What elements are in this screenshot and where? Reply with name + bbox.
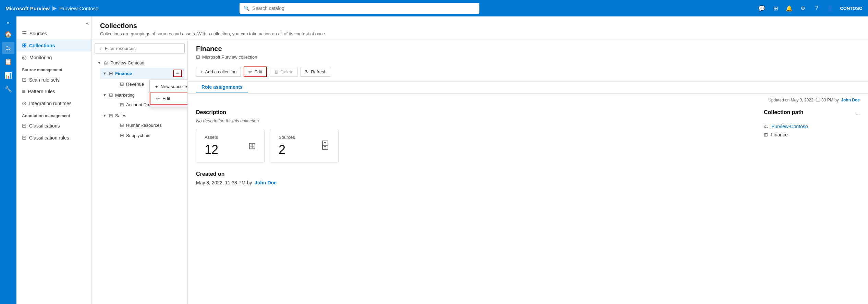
main-layout: » 🏠 🗂 📋 📊 🔧 « ☰ Sources ⊞ Collections ◎ … bbox=[0, 16, 868, 304]
mini-nav-expand[interactable]: » bbox=[6, 19, 11, 27]
tree-node-supplychain: ▶ ⊞ Supplychain bbox=[100, 130, 185, 141]
topbar: Microsoft Purview ▶ Purview-Contoso 🔍 💬 … bbox=[0, 0, 868, 16]
brand-name: Microsoft Purview bbox=[5, 5, 50, 11]
content: Collections Collections are groupings of… bbox=[92, 16, 868, 304]
sources-card-icon: 🗄 bbox=[320, 140, 330, 151]
mini-nav-manage[interactable]: 🔧 bbox=[2, 83, 14, 95]
supplychain-icon: ⊞ bbox=[120, 133, 124, 138]
add-collection-label: Add a collection bbox=[205, 69, 237, 74]
assets-label: Assets bbox=[205, 135, 218, 140]
human-resources-label: HumanResources bbox=[126, 123, 182, 128]
tab-role-assignments[interactable]: Role assignments bbox=[196, 82, 248, 93]
sidebar-item-monitoring[interactable]: ◎ Monitoring bbox=[16, 51, 91, 63]
finance-more-btn[interactable]: ··· bbox=[173, 70, 182, 77]
tree-node-sales-row[interactable]: ▼ ⊞ Sales bbox=[100, 111, 185, 120]
sidebar-item-integration-runtimes[interactable]: ⊙ Integration runtimes bbox=[16, 97, 91, 109]
path-title: Collection path bbox=[764, 109, 804, 115]
section-source-management: Source management bbox=[16, 63, 91, 74]
updated-text: Updated on May 3, 2022, 11:33 PM by bbox=[768, 98, 839, 102]
collections-title: Collections bbox=[100, 22, 860, 30]
root-label: Purview-Contoso bbox=[110, 60, 182, 65]
topbar-right: 💬 ⊞ 🔔 ⚙ ? 👤 CONTOSO bbox=[758, 4, 863, 12]
section-annotation-management: Annotation management bbox=[16, 109, 91, 120]
user-label: CONTOSO bbox=[840, 6, 863, 11]
filter-icon: ⊤ bbox=[98, 46, 102, 51]
bell-icon[interactable]: 🔔 bbox=[785, 4, 793, 12]
revenue-icon: ⊞ bbox=[120, 81, 124, 87]
assets-icon: ⊞ bbox=[248, 140, 256, 151]
tree-node-root[interactable]: ▼ 🗂 Purview-Contoso bbox=[95, 58, 185, 67]
search-bar[interactable]: 🔍 bbox=[240, 3, 479, 14]
collections-icon: ⊞ bbox=[22, 42, 26, 49]
detail-title: Finance bbox=[196, 45, 860, 53]
brand-sub: Purview-Contoso bbox=[59, 5, 98, 11]
filter-input-wrapper: ⊤ bbox=[95, 44, 185, 53]
sidebar-label-collections: Collections bbox=[29, 43, 55, 48]
path-more-icon[interactable]: ··· bbox=[856, 111, 860, 117]
account-data-icon: ⊞ bbox=[120, 102, 124, 107]
feedback-icon[interactable]: 💬 bbox=[758, 4, 766, 12]
search-input[interactable] bbox=[252, 5, 475, 11]
path-item-finance-icon: ⊞ bbox=[764, 132, 768, 137]
stats-row: Assets 12 ⊞ Sources 2 🗄 bbox=[196, 129, 753, 163]
sidebar-label-classification-rules: Classification rules bbox=[29, 135, 69, 141]
path-item-purview-contoso[interactable]: 🗂 Purview-Contoso bbox=[764, 122, 860, 131]
sidebar-item-classifications[interactable]: ⊟ Classifications bbox=[16, 120, 91, 132]
add-collection-btn[interactable]: + Add a collection bbox=[196, 67, 241, 77]
refresh-btn[interactable]: ↻ Refresh bbox=[301, 67, 331, 77]
apps-icon[interactable]: ⊞ bbox=[771, 4, 780, 12]
path-item-purview-icon: 🗂 bbox=[764, 124, 769, 129]
tree-node-supplychain-row[interactable]: ▶ ⊞ Supplychain bbox=[111, 131, 185, 140]
sidebar-label-monitoring: Monitoring bbox=[29, 55, 52, 60]
sidebar-item-classification-rules[interactable]: ⊟ Classification rules bbox=[16, 132, 91, 144]
detail-subtitle-text: Microsoft Purview collection bbox=[202, 54, 257, 60]
tree-node-human-resources-row[interactable]: ▶ ⊞ HumanResources bbox=[111, 121, 185, 130]
classification-rules-icon: ⊟ bbox=[22, 134, 26, 141]
sales-arrow: ▼ bbox=[103, 113, 107, 118]
edit-icon: ✏ bbox=[248, 69, 252, 74]
dropdown-new-subcollection[interactable]: + New subcollection bbox=[150, 81, 188, 92]
scan-rule-sets-icon: ⊡ bbox=[22, 76, 26, 83]
sidebar-collapse-btn[interactable]: « bbox=[16, 19, 91, 27]
help-icon[interactable]: ? bbox=[812, 4, 821, 12]
detail-side: Collection path ··· 🗂 Purview-Contoso ⊞ … bbox=[764, 109, 860, 185]
created-title: Created on bbox=[196, 171, 753, 177]
sidebar-item-pattern-rules[interactable]: ≡ Pattern rules bbox=[16, 86, 91, 97]
collections-description: Collections are groupings of sources and… bbox=[100, 31, 860, 36]
marketing-arrow: ▼ bbox=[103, 93, 107, 97]
path-item-finance: ⊞ Finance bbox=[764, 131, 860, 139]
sources-label: Sources bbox=[279, 135, 295, 140]
mini-nav-catalog[interactable]: 📋 bbox=[2, 56, 14, 68]
mini-nav-collections[interactable]: 🗂 bbox=[2, 42, 14, 54]
refresh-icon: ↻ bbox=[305, 69, 309, 74]
profile-icon[interactable]: 👤 bbox=[826, 4, 834, 12]
detail-tabs: Role assignments bbox=[188, 82, 868, 94]
new-subcollection-label: New subcollection bbox=[161, 84, 188, 89]
sidebar-item-collections[interactable]: ⊞ Collections bbox=[16, 39, 91, 51]
sales-icon: ⊞ bbox=[109, 113, 113, 118]
edit-btn[interactable]: ✏ Edit bbox=[244, 66, 267, 77]
tree-node-sales: ▼ ⊞ Sales ▶ ⊞ HumanResources bbox=[95, 110, 185, 141]
tree-node-human-resources: ▶ ⊞ HumanResources bbox=[100, 120, 185, 130]
detail-toolbar: + Add a collection ✏ Edit 🗑 Delete ↻ Ref… bbox=[188, 62, 868, 82]
supplychain-label: Supplychain bbox=[126, 133, 182, 138]
collections-header: Collections Collections are groupings of… bbox=[92, 16, 868, 39]
dropdown-edit[interactable]: ✏ Edit bbox=[150, 93, 188, 105]
filter-input[interactable] bbox=[105, 46, 181, 51]
tree-panel: ⊤ ▼ 🗂 Purview-Contoso ▼ ⊞ bbox=[92, 39, 188, 304]
delete-btn[interactable]: 🗑 Delete bbox=[270, 67, 298, 77]
settings-icon[interactable]: ⚙ bbox=[799, 4, 807, 12]
mini-nav-insights[interactable]: 📊 bbox=[2, 69, 14, 82]
created-user: John Doe bbox=[255, 180, 277, 185]
refresh-label: Refresh bbox=[311, 69, 327, 74]
purview-collection-icon: ⊞ bbox=[196, 54, 200, 60]
sidebar-item-scan-rule-sets[interactable]: ⊡ Scan rule sets bbox=[16, 74, 91, 86]
path-item-purview-label: Purview-Contoso bbox=[771, 124, 808, 129]
description-title: Description bbox=[196, 109, 753, 115]
sidebar-item-sources[interactable]: ☰ Sources bbox=[16, 27, 91, 39]
sidebar-label-scan-rule-sets: Scan rule sets bbox=[29, 77, 60, 83]
tree-node-finance-row[interactable]: ▼ ⊞ Finance ··· bbox=[100, 68, 185, 79]
sidebar-label-sources: Sources bbox=[29, 31, 47, 36]
mini-nav-home[interactable]: 🏠 bbox=[2, 28, 14, 40]
created-section: Created on May 3, 2022, 11:33 PM by John… bbox=[196, 171, 753, 185]
